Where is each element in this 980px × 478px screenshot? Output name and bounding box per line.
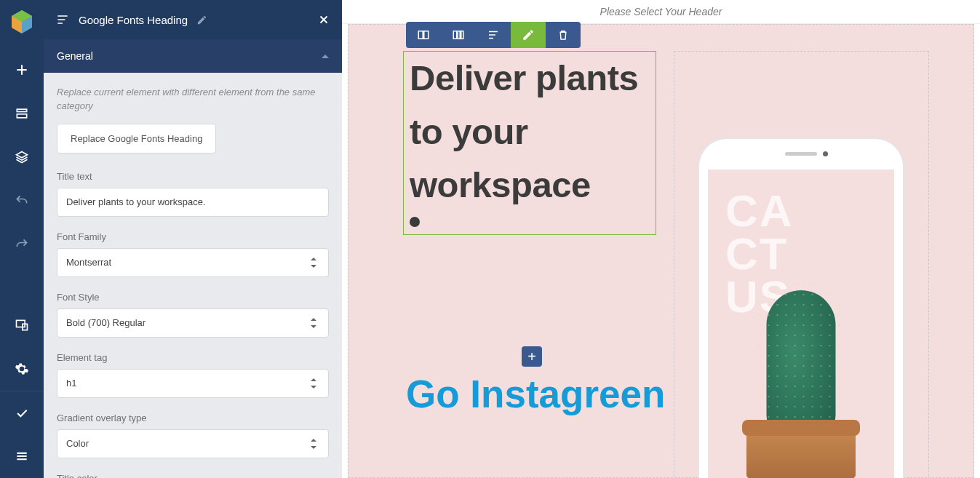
field-title-color: Title color — [57, 473, 329, 478]
panel-body: Replace current element with different e… — [44, 73, 342, 478]
settings-panel: Google Fonts Heading General Replace cur… — [44, 0, 342, 478]
settings-button[interactable] — [0, 347, 44, 391]
header-placeholder[interactable]: Please Select Your Header — [342, 0, 980, 24]
menu-button[interactable] — [0, 434, 44, 478]
replace-element-button[interactable]: Replace Google Fonts Heading — [57, 124, 216, 154]
phone-speaker — [785, 152, 817, 156]
phone-camera — [823, 151, 828, 156]
label-gradient-type: Gradient overlay type — [57, 413, 329, 423]
templates-button[interactable] — [0, 92, 44, 135]
svg-rect-4 — [17, 114, 26, 118]
add-element-button[interactable] — [0, 48, 44, 92]
element-toolbar — [406, 22, 581, 48]
select-arrows-icon — [311, 439, 318, 449]
row-section: Deliver plants to your workspace + Go In… — [348, 24, 974, 478]
svg-rect-3 — [17, 109, 26, 111]
select-arrows-icon — [311, 378, 318, 389]
undo-button[interactable] — [0, 179, 44, 223]
phone-screen: CA CT US PURCHASE SET $8 — [708, 170, 894, 478]
select-element-tag[interactable]: h1 — [57, 369, 329, 398]
row-layout-button[interactable] — [406, 22, 441, 48]
delete-button[interactable] — [546, 22, 581, 48]
align-button[interactable] — [476, 22, 511, 48]
heading-icon — [55, 12, 70, 27]
heading-text: Deliver plants to your workspace — [410, 52, 650, 212]
select-font-family-value: Montserrat — [66, 257, 111, 268]
select-gradient-type[interactable]: Color — [57, 429, 329, 458]
left-rail — [0, 0, 44, 478]
subheading-text[interactable]: Go Instagreen — [406, 365, 665, 423]
app-logo — [9, 9, 35, 35]
column-layout-button[interactable] — [441, 22, 476, 48]
phone-mockup: CA CT US PURCHASE SET $8 — [699, 139, 903, 478]
select-element-tag-value: h1 — [66, 378, 76, 389]
label-title-text: Title text — [57, 171, 329, 182]
field-font-style: Font Style Bold (700) Regular — [57, 292, 329, 338]
right-column[interactable]: CA CT US PURCHASE SET $8 — [674, 51, 929, 478]
edit-title-icon[interactable] — [196, 15, 207, 25]
redo-button[interactable] — [0, 223, 44, 266]
responsive-button[interactable] — [0, 303, 44, 347]
add-element-plus[interactable]: + — [522, 346, 542, 367]
select-font-family[interactable]: Montserrat — [57, 248, 329, 277]
svg-rect-7 — [418, 31, 423, 39]
heading-period — [410, 217, 420, 227]
field-gradient-type: Gradient overlay type Color — [57, 413, 329, 458]
label-element-tag: Element tag — [57, 352, 329, 363]
select-font-style-value: Bold (700) Regular — [66, 317, 146, 328]
field-element-tag: Element tag h1 — [57, 352, 329, 398]
svg-rect-9 — [453, 31, 457, 39]
svg-rect-10 — [458, 31, 460, 39]
panel-header: Google Fonts Heading — [44, 0, 342, 39]
label-title-color: Title color — [57, 473, 329, 478]
accordion-general[interactable]: General — [44, 39, 342, 73]
svg-rect-8 — [424, 31, 429, 39]
close-icon[interactable] — [317, 13, 330, 26]
chevron-up-icon — [322, 55, 329, 58]
field-title-text: Title text — [57, 171, 329, 217]
field-font-family: Font Family Montserrat — [57, 231, 329, 277]
layers-button[interactable] — [0, 135, 44, 179]
select-arrows-icon — [311, 318, 318, 328]
select-gradient-value: Color — [66, 438, 89, 449]
save-button[interactable] — [0, 391, 44, 434]
select-font-style[interactable]: Bold (700) Regular — [57, 308, 329, 338]
input-title-text[interactable] — [57, 188, 329, 217]
cactus-image — [732, 283, 870, 478]
edit-button[interactable] — [511, 22, 546, 48]
canvas: Please Select Your Header Deliver plants… — [342, 0, 980, 478]
label-font-style: Font Style — [57, 292, 329, 303]
selected-heading-element[interactable]: Deliver plants to your workspace — [403, 51, 656, 235]
panel-title: Google Fonts Heading — [79, 14, 188, 26]
select-arrows-icon — [311, 258, 318, 268]
accordion-label: General — [57, 50, 93, 62]
svg-rect-11 — [461, 31, 463, 39]
replace-help-text: Replace current element with different e… — [57, 86, 329, 113]
label-font-family: Font Family — [57, 231, 329, 242]
